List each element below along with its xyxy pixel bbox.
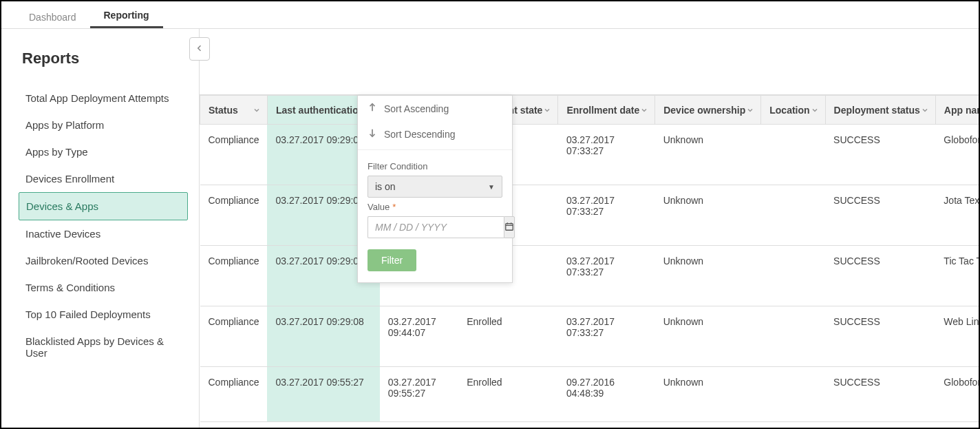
sidebar-item-terms-conditions[interactable]: Terms & Conditions (19, 274, 188, 301)
filter-date-input[interactable] (368, 216, 504, 238)
chevron-down-icon[interactable] (810, 105, 820, 115)
arrow-down-icon (368, 128, 377, 140)
cell-app-name: Web Link (935, 306, 979, 367)
filter-button[interactable]: Filter (368, 249, 416, 271)
col-label: Device ownership (663, 105, 745, 116)
cell-last-access: 03.27.2017 09:55:27 (380, 367, 458, 422)
calendar-button[interactable] (504, 216, 515, 238)
sidebar: Reports Total App Deployment Attempts Ap… (1, 29, 200, 428)
table-row[interactable]: Compliance 03.27.2017 09:29:0 03.27.2017… (200, 246, 979, 306)
cell-status: Compliance (200, 185, 268, 246)
sidebar-item-devices-enrollment[interactable]: Devices Enrollment (19, 165, 188, 192)
cell-app-name: Jota Text Editor (935, 185, 979, 246)
table-row[interactable]: Compliance 03.27.2017 09:55:27 03.27.201… (200, 367, 979, 422)
tab-reporting[interactable]: Reporting (90, 3, 163, 28)
tab-dashboard[interactable]: Dashboard (15, 5, 90, 28)
col-header-device-ownership[interactable]: Device ownership (655, 96, 761, 125)
chevron-down-icon[interactable] (745, 105, 755, 115)
col-header-deployment-status[interactable]: Deployment status (825, 96, 935, 125)
cell-ownership: Unknown (655, 367, 761, 422)
cell-status: Compliance (200, 125, 268, 185)
top-tabs: Dashboard Reporting (1, 1, 979, 29)
caret-down-icon: ▼ (488, 183, 495, 191)
cell-location (761, 246, 825, 306)
collapse-sidebar-button[interactable] (189, 37, 210, 61)
chevron-down-icon[interactable] (542, 105, 552, 115)
cell-app-name: Globoforce_SA (935, 125, 979, 185)
cell-location (761, 125, 825, 185)
filter-condition-label: Filter Condition (368, 161, 502, 171)
cell-location (761, 367, 825, 422)
cell-status: Compliance (200, 306, 268, 367)
cell-enroll-state: Enrolled (458, 306, 558, 367)
cell-deploy-status: SUCCESS (825, 185, 935, 246)
filter-panel: Filter Condition is on ▼ Value* Filter (358, 150, 512, 282)
cell-deploy-status: SUCCESS (825, 125, 935, 185)
cell-deploy-status: SUCCESS (825, 367, 935, 422)
column-menu-dropdown: Sort Ascending Sort Descending Filter Co… (357, 95, 513, 283)
cell-deploy-status: SUCCESS (825, 246, 935, 306)
svg-rect-2 (506, 223, 513, 230)
sidebar-item-blacklisted-apps[interactable]: Blacklisted Apps by Devices & User (19, 328, 188, 366)
col-label: Location (769, 105, 809, 116)
filter-date-input-group (368, 216, 502, 238)
col-label: App name (944, 105, 979, 116)
table-row[interactable]: Compliance 03.27.2017 09:29:0 03.27.2017… (200, 185, 979, 246)
sidebar-title: Reports (22, 50, 192, 67)
cell-app-name: Tic Tac Toe Free (935, 246, 979, 306)
cell-enroll-date: 03.27.2017 07:33:27 (558, 185, 655, 246)
cell-ownership: Unknown (655, 306, 761, 367)
required-asterisk: * (392, 202, 396, 212)
filter-condition-select[interactable]: is on ▼ (368, 176, 502, 198)
table-wrap: Status Last authentication (200, 94, 979, 428)
arrow-up-icon (368, 103, 377, 114)
chevron-down-icon[interactable] (252, 105, 262, 115)
cell-ownership: Unknown (655, 125, 761, 185)
cell-enroll-state: Enrolled (458, 367, 558, 422)
cell-deploy-status: SUCCESS (825, 306, 935, 367)
cell-enroll-date: 09.27.2016 04:48:39 (558, 367, 655, 422)
cell-last-access: 03.27.2017 09:44:07 (380, 306, 458, 367)
table-body: Compliance 03.27.2017 09:29:0 03.27.2017… (200, 125, 979, 422)
chevron-down-icon[interactable] (639, 105, 649, 115)
col-label: Enrollment date (566, 105, 639, 116)
chevron-left-icon (195, 43, 204, 54)
cell-ownership: Unknown (655, 185, 761, 246)
filter-condition-value: is on (375, 181, 396, 192)
sidebar-item-apps-by-type[interactable]: Apps by Type (19, 138, 188, 165)
cell-status: Compliance (200, 367, 268, 422)
cell-enroll-date: 03.27.2017 07:33:27 (558, 125, 655, 185)
cell-last-auth: 03.27.2017 09:55:27 (267, 367, 379, 422)
col-header-enrollment-date[interactable]: Enrollment date (558, 96, 655, 125)
cell-enroll-date: 03.27.2017 07:33:27 (558, 246, 655, 306)
sidebar-item-top-10-failed[interactable]: Top 10 Failed Deployments (19, 301, 188, 328)
chevron-down-icon[interactable] (920, 105, 930, 115)
sort-ascending-option[interactable]: Sort Ascending (358, 96, 512, 121)
content: Status Last authentication (200, 29, 979, 428)
sidebar-item-devices-and-apps[interactable]: Devices & Apps (19, 192, 188, 220)
sort-desc-label: Sort Descending (384, 129, 456, 140)
sidebar-item-total-app-deployment[interactable]: Total App Deployment Attempts (19, 85, 188, 112)
sidebar-item-jailbroken-devices[interactable]: Jailbroken/Rooted Devices (19, 247, 188, 274)
filter-value-label: Value* (368, 202, 502, 212)
cell-last-auth: 03.27.2017 09:29:08 (267, 306, 379, 367)
cell-location (761, 185, 825, 246)
col-label: Deployment status (834, 105, 920, 116)
table-header-row: Status Last authentication (200, 96, 979, 125)
calendar-icon (504, 222, 514, 233)
cell-location (761, 306, 825, 367)
col-label: Last authentication (276, 105, 364, 116)
cell-ownership: Unknown (655, 246, 761, 306)
sidebar-item-apps-by-platform[interactable]: Apps by Platform (19, 112, 188, 138)
sidebar-item-inactive-devices[interactable]: Inactive Devices (19, 220, 188, 247)
table-row[interactable]: Compliance 03.27.2017 09:29:0 03.27.2017… (200, 125, 979, 185)
table-row[interactable]: Compliance 03.27.2017 09:29:08 03.27.201… (200, 306, 979, 367)
col-header-app-name[interactable]: App name (935, 96, 979, 125)
cell-status: Compliance (200, 246, 268, 306)
cell-app-name: Globoforce_SA (935, 367, 979, 422)
cell-enroll-date: 03.27.2017 07:33:27 (558, 306, 655, 367)
col-header-location[interactable]: Location (761, 96, 825, 125)
value-label-text: Value (368, 202, 390, 212)
sort-descending-option[interactable]: Sort Descending (358, 121, 512, 147)
col-header-status[interactable]: Status (200, 96, 268, 125)
